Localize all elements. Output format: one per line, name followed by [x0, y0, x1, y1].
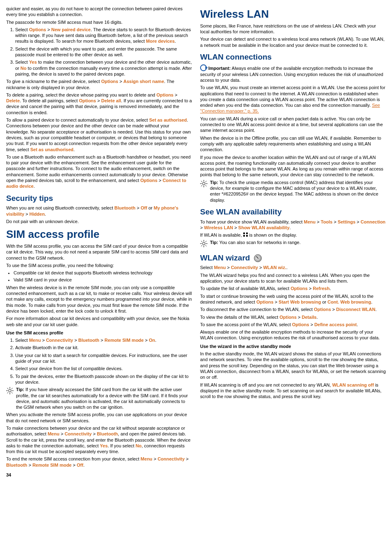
assign-short-name-link[interactable]: Assign short name	[123, 79, 164, 84]
svg-line-8	[7, 392, 9, 394]
svg-line-5	[7, 388, 9, 389]
wz-p10: If WLAN scanning is off and you are not …	[200, 382, 386, 400]
bluetooth-link[interactable]: Bluetooth	[78, 338, 99, 343]
wz-p5: To disconnect the active connection to t…	[200, 306, 386, 312]
show-wlan-link[interactable]: Show WLAN availability	[238, 225, 290, 230]
delete-link[interactable]: Delete	[6, 98, 20, 103]
svg-line-6	[12, 392, 13, 394]
no-link[interactable]: No	[21, 66, 27, 71]
new-paired-device-link[interactable]: New paired device	[51, 27, 91, 32]
connection-link[interactable]: Connection	[361, 219, 386, 224]
wc-p3: You can use WLAN during a voice call or …	[200, 116, 386, 134]
connectivity-link[interactable]: Connectivity	[157, 456, 184, 461]
wlan-wiz-link[interactable]: WLAN wiz.	[263, 265, 286, 270]
disconnect-wlan-link[interactable]: Disconnect WLAN	[336, 307, 375, 312]
details-link[interactable]: Details	[302, 315, 316, 320]
yes-link[interactable]: Yes	[29, 60, 37, 64]
tip-icon	[200, 180, 208, 203]
yes-link[interactable]: Yes	[100, 443, 108, 448]
wlan-scanning-off-link[interactable]: WLAN scanning off	[332, 382, 374, 387]
bluetooth-link[interactable]: Bluetooth	[97, 431, 118, 436]
define-access-point-link[interactable]: Define access point	[314, 322, 357, 327]
wireless-lan-link[interactable]: Wireless LAN	[204, 225, 233, 230]
connectivity-link[interactable]: Connectivity	[231, 265, 258, 270]
auth-text: To allow a paired device to connect auto…	[6, 117, 192, 152]
hidden-link[interactable]: Hidden	[30, 212, 45, 216]
menu-link[interactable]: Menu	[214, 265, 226, 270]
step-3: Select Yes to make the connection betwee…	[15, 59, 192, 77]
off-link[interactable]: Off	[141, 205, 147, 210]
options-link[interactable]: Options	[279, 315, 297, 320]
menu-link[interactable]: Menu	[304, 219, 316, 224]
pair-warning: Do not pair with an unknown device.	[6, 219, 192, 224]
off-link[interactable]: Off	[77, 463, 83, 467]
options-link[interactable]: Options	[291, 286, 308, 291]
options-link[interactable]: Options	[79, 98, 96, 103]
tip-note: Tip: If you have already accessed the SI…	[6, 387, 192, 410]
av-p2: If WLAN is available, is shown on the di…	[200, 232, 386, 238]
svg-line-26	[205, 241, 207, 242]
bluetooth-link[interactable]: Bluetooth	[6, 463, 27, 467]
important-label: Important:	[208, 66, 231, 71]
av-p1: To have your device show WLAN availabili…	[200, 219, 386, 231]
wz-p2: The WLAN wizard helps you find and conne…	[200, 272, 386, 284]
options-link[interactable]: Options	[314, 307, 331, 312]
tip-label: Tip:	[210, 240, 218, 245]
svg-line-24	[201, 241, 203, 242]
on-link[interactable]: On	[149, 338, 155, 343]
sim-p6: To make connections between your device …	[6, 425, 192, 454]
step-2: Select the device with which you want to…	[15, 46, 192, 58]
use-wizard-heading: Use the wizard in the active standby mod…	[200, 343, 386, 349]
set-unauthorised-link[interactable]: Set as unauthorised	[30, 147, 74, 152]
delete-all-link[interactable]: Delete all	[101, 98, 121, 103]
bluetooth-link[interactable]: Bluetooth	[114, 205, 135, 210]
options-link[interactable]: Options	[292, 322, 309, 327]
menu-link[interactable]: Menu	[141, 456, 152, 461]
svg-line-27	[201, 245, 203, 246]
more-devices-link[interactable]: More devices	[146, 39, 175, 44]
svg-point-10	[203, 182, 205, 185]
no-link[interactable]: No	[136, 443, 142, 448]
svg-line-15	[201, 181, 203, 182]
remote-sim-link[interactable]: Remote SIM mode	[104, 338, 143, 343]
options-link[interactable]: Options	[256, 299, 274, 304]
start-web-link[interactable]: Start Web browsing	[279, 299, 321, 304]
connectivity-link[interactable]: Connectivity	[46, 338, 73, 343]
wlan-p1: Some places, like France, have restricti…	[200, 23, 386, 35]
options-link[interactable]: Options	[157, 92, 174, 97]
svg-point-0	[9, 389, 11, 392]
audio-text: To use a Bluetooth audio enhancement suc…	[6, 154, 192, 189]
settings-link[interactable]: Settings	[338, 219, 355, 224]
set-authorised-link[interactable]: Set as authorised	[149, 117, 187, 122]
wz-p4: To start or continue browsing the web us…	[200, 293, 386, 305]
wlan-wizard-icon	[254, 254, 262, 262]
step-5: To pair the devices, enter the Bluetooth…	[15, 373, 192, 385]
tip-label: Tip:	[210, 180, 218, 185]
intro-text: quicker and easier, as you do not have t…	[6, 6, 192, 18]
connectivity-link[interactable]: Connectivity	[65, 431, 92, 436]
cont-web-link[interactable]: Cont. Web browsing	[327, 299, 371, 304]
security-text: When you are not using Bluetooth connect…	[6, 205, 192, 217]
wc-p2: To use WLAN, you must create an internet…	[200, 85, 386, 114]
step-1: Select Options > New paired device. The …	[15, 27, 192, 44]
menu-link[interactable]: Menu	[29, 338, 41, 343]
options-link[interactable]: Options	[29, 27, 46, 32]
sim-p7: To end the remote SIM access connection …	[6, 456, 192, 468]
tip-note: Tip: To check the unique media access co…	[200, 180, 386, 203]
pairing-steps: Select Options > New paired device. The …	[6, 27, 192, 77]
page-number: 34	[6, 472, 192, 478]
options-link[interactable]: Options	[141, 178, 158, 183]
list-item: Compatible car kit device that supports …	[14, 270, 192, 276]
sim-p4: For more information about car kit devic…	[6, 315, 192, 327]
options-link[interactable]: Options	[101, 79, 118, 84]
svg-line-25	[205, 245, 207, 246]
tools-link[interactable]: Tools	[321, 219, 333, 224]
remote-sim-link[interactable]: Remote SIM mode	[32, 463, 71, 467]
step-1: Select Menu > Connectivity > Bluetooth >…	[15, 337, 192, 343]
tip-icon	[200, 240, 208, 249]
menu-link[interactable]: Menu	[48, 431, 60, 436]
refresh-link[interactable]: Refresh	[313, 286, 330, 291]
wlan-p2: Your device can detect and connect to a …	[200, 36, 386, 48]
wz-p6: To view the details of the WLAN, select …	[200, 314, 386, 320]
important-icon	[200, 64, 208, 71]
